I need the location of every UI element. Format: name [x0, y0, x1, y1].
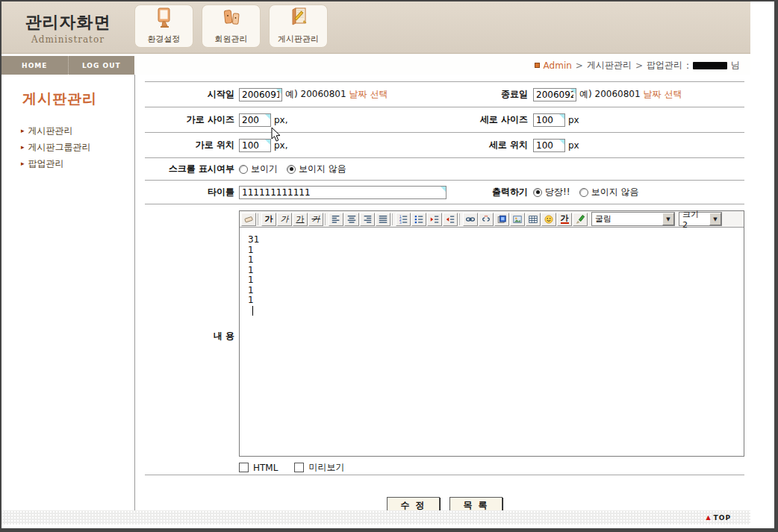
logo-subtitle: Administrator: [31, 34, 105, 45]
main-content: 시작일 예) 20060801 날짜 선택 종료일 예) 20060801 날짜…: [135, 75, 750, 510]
end-date-label: 종료일: [449, 88, 528, 101]
media-icon[interactable]: [494, 213, 509, 226]
start-date-picker-link[interactable]: 날짜 선택: [349, 88, 388, 101]
output-now-label: 당장!!: [545, 186, 570, 198]
scroll-show-radio[interactable]: [239, 165, 248, 174]
align-justify-icon[interactable]: [376, 213, 390, 226]
start-date-input[interactable]: [239, 88, 282, 101]
board-icon: [289, 7, 308, 34]
underline-icon[interactable]: 가: [293, 213, 308, 226]
nav-button-label: 환경설정: [148, 34, 181, 45]
font-size-select[interactable]: 크기 2▼: [679, 212, 722, 226]
html-checkbox[interactable]: [239, 463, 249, 472]
sidebar-item-label: 게시판관리: [28, 125, 73, 137]
title-input[interactable]: [239, 186, 446, 199]
unlink-icon[interactable]: [479, 213, 494, 226]
width-size-input[interactable]: [239, 113, 271, 127]
input-corner: [239, 186, 446, 199]
end-date-input[interactable]: [533, 88, 576, 101]
align-center-icon[interactable]: [344, 213, 359, 226]
preview-checkbox-label: 미리보기: [308, 461, 344, 474]
ordered-list-icon[interactable]: 123: [396, 213, 411, 226]
nav-button-label: 게시판관리: [278, 34, 319, 45]
output-hide-label: 보이지 않음: [591, 186, 639, 198]
wysiwyg-editor: 가가가가123가굴림▼크기 2▼ 31 1 1 1 1 1 1: [239, 210, 744, 457]
redacted-username: [693, 62, 727, 69]
output-label: 출력하기: [449, 186, 528, 198]
svg-text:3: 3: [399, 220, 402, 224]
home-button[interactable]: HOME: [1, 56, 69, 75]
height-size-unit: px: [568, 115, 579, 125]
top-arrow-icon: ▲: [706, 514, 710, 521]
indent-decrease-icon[interactable]: [443, 213, 458, 226]
align-right-icon[interactable]: [360, 213, 375, 226]
breadcrumb-colon: :: [686, 60, 689, 71]
sidebar-item-label: 게시판그룹관리: [28, 141, 91, 154]
row-dates: 시작일 예) 20060801 날짜 선택 종료일 예) 20060801 날짜…: [145, 82, 744, 107]
x-pos-input[interactable]: [239, 139, 271, 152]
nav-button-board[interactable]: 게시판관리: [269, 4, 328, 48]
chevron-down-icon[interactable]: ▼: [709, 213, 721, 225]
toolbar-separator: [459, 213, 461, 225]
font-name-select[interactable]: 굴림▼: [591, 212, 675, 226]
html-checkbox-label: HTML: [253, 463, 278, 473]
page-header: 관리자화면 Administrator 환경설정 회원관리: [1, 1, 750, 54]
sidebar-item-board-manage[interactable]: ▸ 게시판관리: [1, 122, 134, 139]
scroll-hide-radio[interactable]: [287, 165, 296, 174]
y-pos-label: 세로 위치: [449, 139, 528, 151]
sidebar-item-popup-manage[interactable]: ▸ 팝업관리: [1, 155, 134, 172]
font-color-icon[interactable]: 가: [557, 213, 572, 226]
input-corner: [533, 88, 576, 101]
header-nav: 환경설정 회원관리 게시판관리: [134, 4, 328, 48]
height-size-label: 세로 사이즈: [449, 113, 528, 126]
nav-button-settings[interactable]: 환경설정: [134, 4, 193, 48]
x-pos-label: 가로 위치: [145, 139, 234, 151]
toolbar-separator: [325, 213, 327, 225]
scroll-show-label: 보이기: [251, 163, 278, 175]
input-corner: [533, 139, 565, 152]
sidebar: 게시판관리 ▸ 게시판관리 ▸ 게시판그룹관리 ▸ 팝업관리: [1, 75, 135, 510]
nav-button-members[interactable]: 회원관리: [202, 4, 261, 48]
editor-toolbar: 가가가가123가굴림▼크기 2▼: [240, 211, 744, 228]
indent-increase-icon[interactable]: [427, 213, 442, 226]
bold-icon[interactable]: 가: [261, 213, 276, 226]
toolbar-separator: [392, 213, 394, 225]
italic-icon[interactable]: 가: [277, 213, 292, 226]
input-corner: [239, 113, 271, 127]
toolbar-separator: [258, 213, 260, 225]
breadcrumb-item-popup[interactable]: 팝업관리: [647, 59, 682, 72]
admin-page: 관리자화면 Administrator 환경설정 회원관리: [1, 1, 774, 528]
chevron-down-icon[interactable]: ▼: [662, 213, 674, 225]
row-title-output: 타이틀 출력하기 당장!! 보이지 않음: [145, 181, 744, 204]
editor-mode-row: HTML 미리보기: [239, 461, 744, 474]
breadcrumb-item-board[interactable]: 게시판관리: [587, 59, 632, 72]
bullet-list-icon[interactable]: [411, 213, 426, 226]
table-icon[interactable]: [526, 213, 541, 226]
menu-arrow-icon: ▸: [21, 143, 25, 151]
x-pos-unit: px,: [274, 140, 288, 151]
breadcrumb-admin-link[interactable]: Admin: [544, 60, 572, 71]
output-now-radio[interactable]: [533, 188, 542, 197]
link-icon[interactable]: [463, 213, 478, 226]
logo: 관리자화면 Administrator: [1, 1, 134, 54]
menu-arrow-icon: ▸: [21, 127, 25, 134]
row-content: 내 용 가가가가123가굴림▼크기 2▼ 31 1 1 1 1 1 1: [145, 204, 744, 475]
top-link[interactable]: TOP: [714, 514, 731, 522]
logout-button[interactable]: LOG OUT: [69, 56, 135, 75]
text-caret: [252, 306, 253, 316]
emoticon-icon[interactable]: [541, 213, 556, 226]
end-date-picker-link[interactable]: 날짜 선택: [644, 88, 682, 101]
image-icon[interactable]: [510, 213, 525, 226]
settings-monitor-icon: [155, 7, 174, 34]
editor-content-text: 31 1 1 1 1 1 1: [240, 228, 744, 306]
strikethrough-icon[interactable]: 가: [308, 213, 323, 226]
output-hide-radio[interactable]: [579, 188, 588, 197]
preview-checkbox[interactable]: [294, 463, 304, 472]
sidebar-item-board-group-manage[interactable]: ▸ 게시판그룹관리: [1, 139, 134, 155]
editor-content-area[interactable]: 31 1 1 1 1 1 1: [240, 228, 744, 456]
align-left-icon[interactable]: [329, 213, 343, 226]
y-pos-input[interactable]: [533, 139, 565, 152]
highlight-icon[interactable]: [573, 213, 588, 226]
height-size-input[interactable]: [533, 113, 565, 127]
eraser-icon[interactable]: [241, 213, 256, 226]
